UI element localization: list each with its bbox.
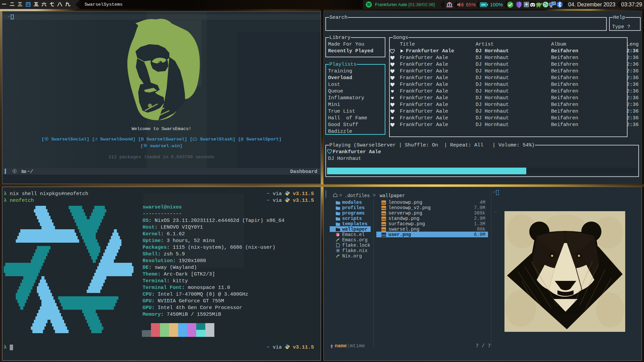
svg-text:PNG: PNG: [381, 207, 386, 209]
svg-text:PNG: PNG: [381, 234, 386, 236]
svg-text:PNG: PNG: [381, 218, 386, 220]
svg-text:PNG: PNG: [381, 229, 386, 231]
svg-text:PNG: PNG: [381, 224, 386, 226]
svg-text:PNG: PNG: [381, 202, 386, 204]
svg-text:PNG: PNG: [381, 213, 386, 215]
